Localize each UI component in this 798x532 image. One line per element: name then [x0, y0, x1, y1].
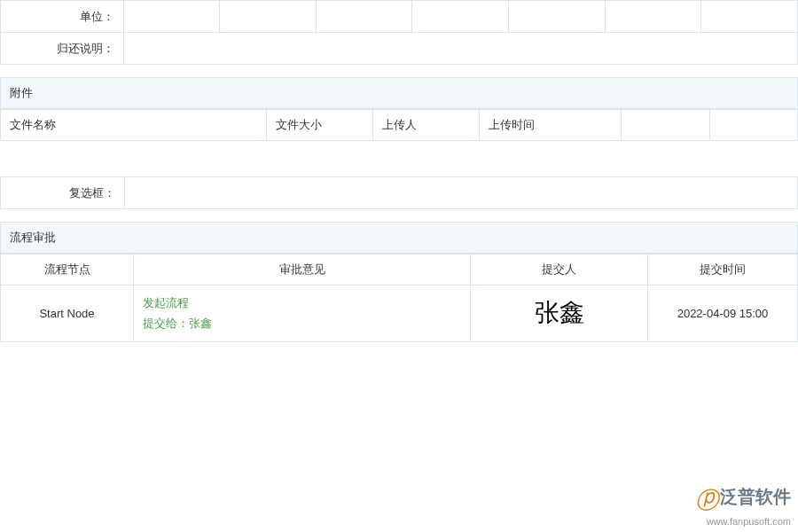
col-submit-time: 提交时间	[648, 254, 798, 286]
gap	[0, 141, 798, 176]
unit-cell-1	[123, 1, 220, 33]
approval-table: 流程节点 审批意见 提交人 提交时间 Start Node 发起流程 提交给：张…	[0, 254, 798, 342]
gap	[0, 65, 798, 77]
unit-cell-6	[605, 1, 701, 33]
col-size: 文件大小	[267, 110, 373, 141]
submit-to-label: 提交给：	[143, 317, 189, 330]
return-desc-value[interactable]	[123, 33, 797, 65]
approval-action: 发起流程	[143, 293, 461, 313]
col-submitter: 提交人	[471, 254, 648, 286]
brand-icon: ⓟ	[695, 485, 718, 516]
watermark-url: www.fanpusoft.com	[695, 516, 791, 527]
signature: 张鑫	[535, 299, 584, 326]
col-filename: 文件名称	[1, 110, 267, 141]
checkbox-table: 复选框：	[0, 176, 798, 209]
unit-cell-5	[509, 1, 606, 33]
checkbox-label: 复选框：	[1, 177, 125, 209]
unit-label: 单位：	[1, 1, 124, 33]
approval-title: 流程审批	[0, 222, 798, 254]
submit-to-name: 张鑫	[189, 317, 212, 330]
col-opinion: 审批意见	[134, 254, 471, 286]
checkbox-value[interactable]	[125, 177, 798, 209]
return-desc-label: 归还说明：	[1, 33, 124, 65]
approval-submit-to: 提交给：张鑫	[143, 313, 461, 333]
form-table: 单位： 归还说明：	[0, 0, 798, 65]
table-row: Start Node 发起流程 提交给：张鑫 张鑫 2022-04-09 15:…	[1, 286, 798, 342]
brand-text: 泛普软件	[720, 487, 791, 506]
submit-time-value: 2022-04-09 15:00	[648, 286, 798, 342]
col-uploader: 上传人	[373, 110, 480, 141]
watermark: ⓟ泛普软件 www.fanpusoft.com	[695, 485, 791, 527]
unit-cell-2	[220, 1, 317, 33]
col-action-2	[709, 110, 798, 141]
opinion-cell: 发起流程 提交给：张鑫	[134, 286, 471, 342]
col-node: 流程节点	[1, 254, 134, 286]
submitter-cell: 张鑫	[471, 286, 648, 342]
gap	[0, 209, 798, 222]
attachments-table: 文件名称 文件大小 上传人 上传时间	[0, 109, 798, 141]
unit-cell-4	[412, 1, 509, 33]
col-action-1	[622, 110, 710, 141]
col-upload-time: 上传时间	[480, 110, 622, 141]
unit-cell-3	[316, 1, 412, 33]
node-value: Start Node	[1, 286, 134, 342]
watermark-brand: ⓟ泛普软件	[695, 485, 791, 516]
unit-cell-7	[701, 1, 798, 33]
attachments-title: 附件	[0, 77, 798, 109]
